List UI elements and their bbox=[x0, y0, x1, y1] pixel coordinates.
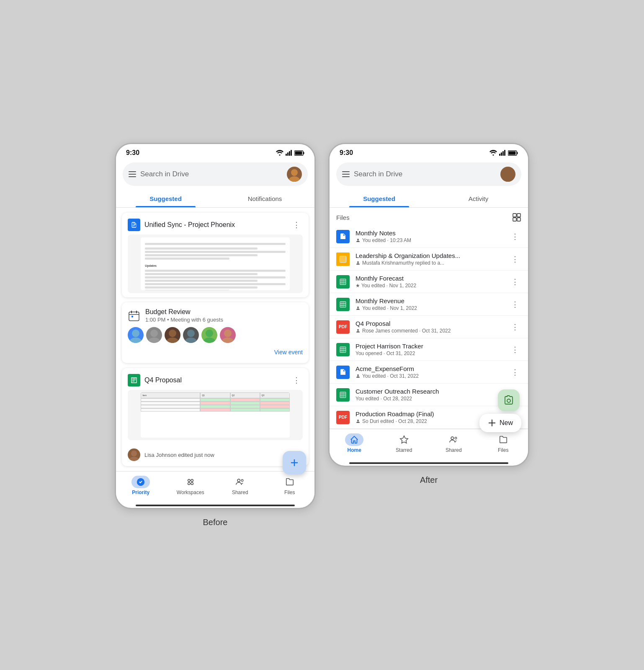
grid-view-icon[interactable] bbox=[512, 213, 521, 222]
q4-footer-text: Lisa Johnson edited just now bbox=[144, 452, 214, 458]
nav-shared-label-after: Shared bbox=[446, 447, 462, 453]
shared-icon-before bbox=[235, 477, 245, 487]
user-avatar-after[interactable] bbox=[500, 167, 515, 182]
fab-before[interactable] bbox=[283, 451, 306, 474]
files-icon-before bbox=[285, 477, 294, 487]
file-menu-forecast[interactable]: ⋮ bbox=[509, 276, 521, 288]
svg-point-53 bbox=[502, 176, 513, 182]
file-info-acme: Acme_ExpenseForm You edited · Oct 31, 20… bbox=[355, 365, 503, 379]
file-name-outreach: Customer Outreach Research bbox=[355, 388, 503, 395]
svg-rect-2 bbox=[289, 151, 290, 156]
svg-point-20 bbox=[129, 338, 142, 343]
status-time-after: 9:30 bbox=[340, 149, 353, 157]
nav-priority[interactable]: Priority bbox=[116, 476, 166, 495]
battery-icon bbox=[294, 150, 304, 156]
camera-fab-after[interactable] bbox=[498, 389, 520, 411]
file-meta-monthly-notes: You edited · 10:23 AM bbox=[355, 237, 503, 243]
file-menu-monthly-notes[interactable]: ⋮ bbox=[509, 230, 521, 243]
file-info-monthly-notes: Monthly Notes You edited · 10:23 AM bbox=[355, 229, 503, 243]
svg-rect-55 bbox=[517, 214, 520, 217]
svg-rect-57 bbox=[517, 218, 520, 221]
nav-workspaces[interactable]: Workspaces bbox=[166, 476, 216, 495]
q4-card-menu[interactable]: ⋮ bbox=[290, 374, 303, 387]
nav-files-before[interactable]: Files bbox=[265, 476, 315, 495]
file-info-outreach: Customer Outreach Research You edited · … bbox=[355, 388, 503, 402]
signal-icon-after bbox=[499, 150, 506, 156]
file-menu-acme[interactable]: ⋮ bbox=[509, 366, 521, 379]
svg-rect-50 bbox=[342, 174, 350, 175]
file-icon-leadership bbox=[336, 253, 350, 266]
svg-point-25 bbox=[187, 330, 195, 337]
file-menu-harrison[interactable]: ⋮ bbox=[509, 343, 521, 356]
nav-shared-after[interactable]: Shared bbox=[429, 433, 479, 453]
nav-shared-before[interactable]: Shared bbox=[215, 476, 265, 495]
file-item-harrison[interactable]: Project Harrison Tracker You opened · Oc… bbox=[330, 338, 528, 361]
status-icons-after bbox=[489, 150, 518, 156]
doc-card-menu-before[interactable]: ⋮ bbox=[290, 219, 303, 231]
person-icon-0 bbox=[355, 238, 361, 243]
svg-point-38 bbox=[188, 482, 190, 485]
avatar-2 bbox=[146, 327, 162, 343]
search-bar-area-before: Search in Drive bbox=[116, 160, 314, 190]
svg-rect-84 bbox=[340, 392, 346, 398]
file-meta-acme: You edited · Oct 31, 2022 bbox=[355, 373, 503, 379]
file-item-monthly-notes[interactable]: Monthly Notes You edited · 10:23 AM ⋮ bbox=[330, 225, 528, 248]
file-item-revenue[interactable]: Monthly Revenue You edited · Nov 1, 2022… bbox=[330, 293, 528, 316]
nav-home-icon-wrap bbox=[345, 433, 363, 446]
search-bar-after[interactable]: Search in Drive bbox=[336, 162, 521, 186]
q4-card-title: Q4 Proposal bbox=[144, 376, 286, 384]
sheets-icon-before bbox=[128, 374, 140, 387]
tab-activity-after[interactable]: Activity bbox=[429, 190, 528, 207]
file-name-roadmap: Production Roadmap (Final) bbox=[355, 410, 503, 417]
svg-point-27 bbox=[206, 330, 213, 337]
person-icon-8 bbox=[355, 419, 361, 424]
svg-point-39 bbox=[191, 482, 193, 485]
doc-preview-before: Updates bbox=[128, 234, 303, 293]
camera-icon-after bbox=[504, 395, 514, 405]
bottom-nav-before: Priority Workspaces Shared bbox=[116, 471, 314, 502]
svg-point-19 bbox=[132, 330, 139, 337]
file-menu-q4[interactable]: ⋮ bbox=[509, 321, 521, 333]
tab-suggested-after[interactable]: Suggested bbox=[330, 190, 429, 207]
tab-notifications-before[interactable]: Notifications bbox=[215, 190, 314, 207]
file-menu-revenue[interactable]: ⋮ bbox=[509, 298, 521, 311]
svg-point-11 bbox=[289, 176, 300, 182]
svg-point-23 bbox=[169, 330, 176, 337]
file-name-revenue: Monthly Revenue bbox=[355, 297, 503, 304]
event-subtitle-before: 1:00 PM • Meeting with 6 guests bbox=[145, 317, 223, 323]
file-item-q4[interactable]: PDF Q4 Proposal Rose James commented · O… bbox=[330, 316, 528, 338]
view-event-link[interactable]: View event bbox=[128, 347, 303, 357]
svg-point-94 bbox=[455, 437, 457, 439]
home-indicator-before bbox=[136, 505, 294, 506]
doc-icon-before bbox=[128, 219, 140, 231]
tab-suggested-before[interactable]: Suggested bbox=[116, 190, 215, 207]
svg-rect-45 bbox=[504, 150, 505, 156]
file-icon-acme bbox=[336, 366, 350, 379]
svg-rect-42 bbox=[499, 154, 500, 156]
user-avatar-before[interactable] bbox=[287, 167, 302, 182]
event-title-before: Budget Review bbox=[145, 308, 223, 316]
nav-files-icon-wrap-before bbox=[281, 476, 299, 488]
nav-starred-after[interactable]: Starred bbox=[379, 433, 429, 453]
person-icon-3 bbox=[355, 306, 361, 311]
status-time-before: 9:30 bbox=[126, 149, 139, 157]
nav-home-after[interactable]: Home bbox=[330, 433, 379, 453]
svg-point-40 bbox=[237, 479, 240, 482]
svg-point-21 bbox=[150, 330, 158, 337]
search-bar-before[interactable]: Search in Drive bbox=[123, 162, 308, 186]
avatar-6 bbox=[220, 327, 236, 343]
file-item-acme[interactable]: Acme_ExpenseForm You edited · Oct 31, 20… bbox=[330, 361, 528, 384]
nav-starred-icon-wrap bbox=[395, 433, 413, 446]
file-info-forecast: Monthly Forecast ★ You edited · Nov 1, 2… bbox=[355, 275, 503, 289]
svg-rect-56 bbox=[513, 218, 516, 221]
before-phone: 9:30 Search in Drive bbox=[115, 143, 316, 509]
file-item-forecast[interactable]: Monthly Forecast ★ You edited · Nov 1, 2… bbox=[330, 271, 528, 293]
files-icon-after bbox=[499, 435, 508, 444]
nav-files-label-after: Files bbox=[498, 447, 508, 453]
file-menu-leadership[interactable]: ⋮ bbox=[509, 253, 521, 265]
person-icon-4 bbox=[355, 328, 361, 333]
svg-rect-51 bbox=[342, 176, 350, 177]
file-item-leadership[interactable]: Leadership & Organization Updates... Mus… bbox=[330, 248, 528, 271]
new-button-popup[interactable]: New bbox=[479, 414, 521, 432]
nav-files-after[interactable]: Files bbox=[479, 433, 528, 453]
